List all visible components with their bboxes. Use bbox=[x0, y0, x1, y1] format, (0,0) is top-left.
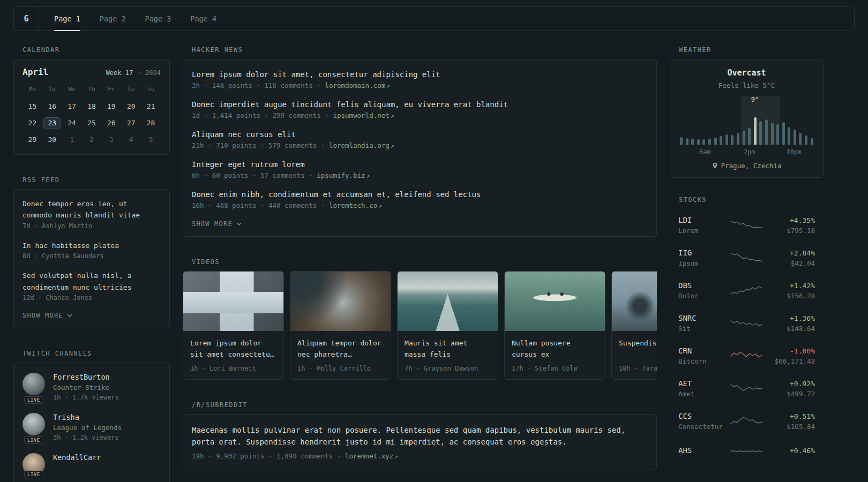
right-column: WEATHER Overcast Feels like 5°C 9° 6am2p… bbox=[670, 46, 824, 482]
calendar-day[interactable]: 28 bbox=[141, 115, 161, 131]
hackernews-card: Lorem ipsum dolor sit amet, consectetur … bbox=[183, 59, 657, 237]
twitch-channel-item[interactable]: LIVE ForrestBurton Counter-Strike 1h · 1… bbox=[23, 373, 161, 401]
stock-sparkline bbox=[729, 251, 764, 265]
stock-row[interactable]: SNRC Sit +1.36% $148.64 bbox=[670, 307, 824, 340]
stock-row[interactable]: IIG Ipsum +2.84% $42.04 bbox=[670, 242, 824, 274]
video-card[interactable]: Lorem ipsum dolor sit amet consectetu… 1… bbox=[183, 271, 284, 380]
story-title[interactable]: Donec enim nibh, condimentum et accumsan… bbox=[192, 190, 648, 199]
stock-symbol: AET bbox=[678, 379, 729, 388]
story-domain-link[interactable]: ipsumify.biz↗ bbox=[317, 171, 370, 179]
story-meta: 16h · 468 points · 440 comments · bbox=[192, 201, 329, 209]
rss-item[interactable]: Sed volutpat nulla nisl, a condimentum n… bbox=[23, 270, 161, 302]
calendar-day-number: 2 bbox=[89, 135, 94, 144]
calendar-day[interactable]: 26 bbox=[101, 115, 121, 131]
twitch-channel-item[interactable]: LIVE KendallCarr bbox=[23, 453, 161, 476]
stock-change: -1.00% bbox=[764, 347, 815, 355]
rss-item[interactable]: In hac habitasse platea 8d · Cynthia Sau… bbox=[23, 240, 161, 260]
video-card[interactable]: Suspendisse diam 18h · Tara bbox=[611, 271, 657, 380]
rss-show-more-button[interactable]: SHOW MORE bbox=[23, 312, 72, 319]
live-badge: LIVE bbox=[24, 396, 43, 404]
weather-hour-bar bbox=[811, 138, 813, 145]
calendar-day[interactable]: 23 bbox=[42, 115, 62, 131]
channel-avatar bbox=[23, 413, 45, 435]
calendar-day[interactable]: 17 bbox=[62, 98, 82, 115]
nav-tab[interactable]: Page 3 bbox=[145, 7, 171, 31]
stock-row[interactable]: CCS Consectetur +0.51% $165.84 bbox=[670, 405, 824, 438]
story-domain: loremdomain.com bbox=[325, 81, 385, 89]
story-title[interactable]: Aliquam nec cursus elit bbox=[192, 130, 648, 139]
story-title[interactable]: Lorem ipsum dolor sit amet, consectetur … bbox=[192, 70, 648, 79]
story-domain-link[interactable]: ipsumworld.net↗ bbox=[333, 111, 394, 119]
hackernews-show-more-button[interactable]: SHOW MORE bbox=[192, 220, 242, 228]
stock-change: +0.51% bbox=[764, 412, 815, 420]
weather-hour-bar bbox=[799, 133, 802, 145]
calendar-day[interactable]: 24 bbox=[62, 115, 82, 131]
weather-hour-bar bbox=[765, 119, 768, 145]
stock-price: $499.72 bbox=[764, 390, 815, 398]
video-title: Lorem ipsum dolor sit amet consectetu… bbox=[190, 337, 276, 360]
nav-tab[interactable]: Page 4 bbox=[190, 7, 216, 31]
video-card[interactable]: Nullam posuere cursus ex 17h · Stefan Co… bbox=[504, 271, 605, 380]
calendar-day[interactable]: 21 bbox=[141, 98, 161, 115]
nav-tab-label: Page 3 bbox=[145, 14, 171, 23]
weather-hour-bar bbox=[788, 127, 790, 145]
calendar-day[interactable]: 27 bbox=[121, 115, 141, 131]
calendar-day[interactable]: 19 bbox=[101, 98, 121, 115]
channel-avatar-wrap: LIVE bbox=[23, 413, 45, 441]
calendar-day-number: 30 bbox=[48, 135, 56, 144]
story-title[interactable]: Integer eget rutrum lorem bbox=[192, 160, 648, 169]
nav-tab[interactable]: Page 2 bbox=[100, 7, 126, 31]
app-logo[interactable]: G bbox=[14, 7, 39, 31]
calendar-day[interactable]: 5 bbox=[141, 131, 161, 148]
stock-row[interactable]: CRN Bitcorn -1.00% $66,171.48 bbox=[670, 340, 824, 372]
calendar-widget: CALENDAR April Week 17 · 2024 MoTuWeThFr… bbox=[13, 46, 170, 155]
calendar-day-number: 23 bbox=[43, 117, 61, 129]
stock-values: +4.35% $795.18 bbox=[764, 216, 815, 235]
calendar-day[interactable]: 15 bbox=[23, 98, 42, 115]
stock-values: +0.51% $165.84 bbox=[764, 412, 815, 431]
stock-change: +0.92% bbox=[764, 380, 815, 388]
dashboard: CALENDAR April Week 17 · 2024 MoTuWeThFr… bbox=[0, 46, 868, 482]
calendar-day[interactable]: 4 bbox=[121, 131, 141, 148]
post-domain-link[interactable]: loremnet.xyz↗ bbox=[345, 452, 398, 460]
rss-item[interactable]: Donec tempor eros leo, ut commodo mauris… bbox=[23, 198, 161, 230]
chevron-down-icon bbox=[67, 314, 72, 317]
stock-change: +4.35% bbox=[764, 216, 815, 224]
calendar-day[interactable]: 30 bbox=[42, 131, 62, 148]
calendar-month: April bbox=[23, 67, 48, 77]
stock-sparkline bbox=[729, 219, 764, 232]
calendar-day[interactable]: 29 bbox=[23, 131, 42, 148]
stock-name: Sit bbox=[678, 325, 729, 333]
story-domain-link[interactable]: loremlandia.org↗ bbox=[329, 141, 394, 149]
stock-row[interactable]: AET Amet +0.92% $499.72 bbox=[670, 372, 824, 405]
video-card[interactable]: Aliquam tempor dolor nec pharetra… 1h · … bbox=[290, 271, 391, 380]
calendar-day[interactable]: 1 bbox=[62, 131, 82, 148]
weather-hour-bar bbox=[714, 138, 717, 145]
calendar-day-number: 27 bbox=[127, 119, 136, 127]
nav-tab[interactable]: Page 1 bbox=[54, 7, 80, 31]
post-meta-text: 19h · 9,932 points · 1,090 comments · bbox=[192, 452, 345, 460]
calendar-day[interactable]: 16 bbox=[42, 98, 62, 115]
story-domain-link[interactable]: loremtech.co↗ bbox=[329, 201, 382, 209]
video-card[interactable]: Mauris sit amet massa felis 7h · Grayson… bbox=[397, 271, 498, 380]
calendar-day[interactable]: 25 bbox=[82, 115, 102, 131]
calendar-day[interactable]: 2 bbox=[82, 131, 102, 148]
calendar-day[interactable]: 22 bbox=[23, 115, 42, 131]
post-title[interactable]: Maecenas mollis pulvinar erat non posuer… bbox=[192, 424, 648, 448]
calendar-day-number: 28 bbox=[147, 119, 155, 127]
stock-row[interactable]: DBS Dolor +1.42% $156.28 bbox=[670, 274, 824, 307]
left-column: CALENDAR April Week 17 · 2024 MoTuWeThFr… bbox=[13, 46, 170, 482]
calendar-day-number: 25 bbox=[87, 119, 96, 127]
story-title[interactable]: Donec imperdiet augue tincidunt felis al… bbox=[192, 100, 648, 109]
calendar-day[interactable]: 3 bbox=[101, 131, 121, 148]
stock-row[interactable]: LDI Lorem +4.35% $795.18 bbox=[670, 209, 824, 242]
stock-change: +2.84% bbox=[764, 249, 815, 257]
calendar-day[interactable]: 20 bbox=[121, 98, 141, 115]
calendar-header: April Week 17 · 2024 bbox=[23, 67, 161, 77]
stock-row[interactable]: AHS +0.46% bbox=[670, 438, 824, 465]
story-domain-link[interactable]: loremdomain.com↗ bbox=[325, 81, 390, 89]
weather-hour-bar bbox=[743, 131, 745, 145]
calendar-day[interactable]: 18 bbox=[82, 98, 102, 115]
weather-hour-bar bbox=[782, 122, 785, 145]
twitch-channel-item[interactable]: LIVE Trisha League of Legends 3h · 1.2k … bbox=[23, 413, 161, 441]
